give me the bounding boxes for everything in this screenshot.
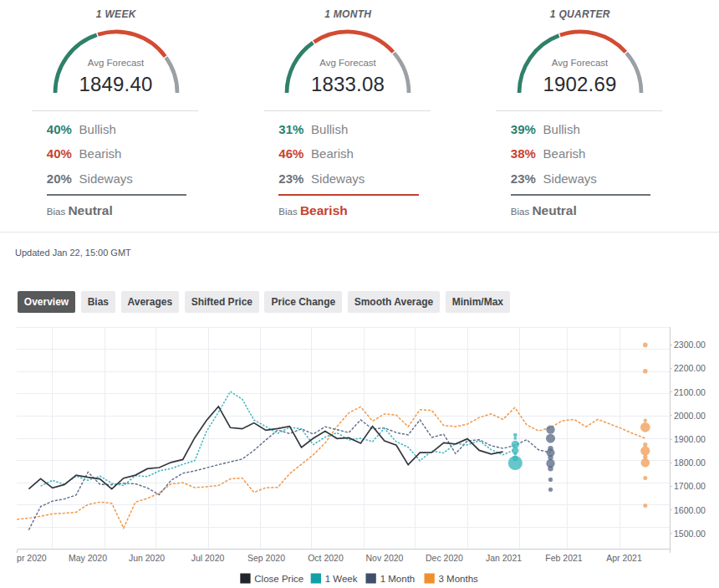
svg-text:1800.00: 1800.00: [674, 458, 706, 468]
svg-text:1500.00: 1500.00: [674, 529, 706, 539]
svg-text:1 Month: 1 Month: [380, 574, 416, 584]
svg-text:2100.00: 2100.00: [674, 387, 706, 397]
svg-text:Jul 2020: Jul 2020: [191, 553, 225, 563]
svg-text:Feb 2021: Feb 2021: [545, 553, 583, 563]
svg-text:May 2020: May 2020: [69, 553, 107, 563]
svg-text:Nov 2020: Nov 2020: [366, 553, 404, 563]
svg-text:1 Week: 1 Week: [325, 574, 358, 584]
svg-text:2000.00: 2000.00: [674, 411, 706, 421]
svg-text:2200.00: 2200.00: [674, 363, 706, 373]
svg-text:1600.00: 1600.00: [674, 505, 706, 515]
svg-text:Close Price: Close Price: [254, 574, 303, 584]
svg-text:Oct 2020: Oct 2020: [308, 553, 344, 563]
svg-text:2300.00: 2300.00: [674, 340, 706, 350]
svg-text:Jan 2021: Jan 2021: [486, 553, 522, 563]
svg-text:1700.00: 1700.00: [674, 481, 706, 491]
svg-text:1900.00: 1900.00: [674, 434, 706, 444]
svg-text:Jun 2020: Jun 2020: [129, 553, 165, 563]
svg-text:Dec 2020: Dec 2020: [426, 553, 463, 563]
svg-text:Sep 2020: Sep 2020: [247, 553, 285, 563]
svg-text:3 Months: 3 Months: [439, 574, 479, 584]
svg-text:Apr 2021: Apr 2021: [606, 553, 642, 563]
svg-text:Apr 2020: Apr 2020: [17, 553, 47, 563]
